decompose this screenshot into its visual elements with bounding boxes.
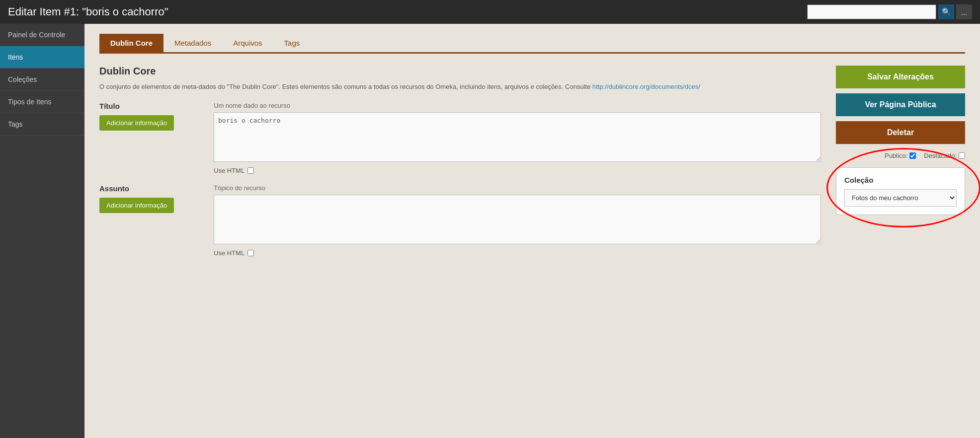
add-info-button-assunto[interactable]: Adicionar informação (99, 198, 174, 213)
field-hint-titulo: Um nome dado ao recurso (214, 102, 821, 109)
search-bar: 🔍 ... (807, 4, 972, 19)
tabs: Dublin Core Metadados Arquivos Tags (99, 34, 965, 54)
destacado-checkbox[interactable] (959, 152, 965, 159)
tab-arquivos[interactable]: Arquivos (222, 34, 273, 52)
sidebar-item-itens[interactable]: Itens (0, 46, 84, 69)
field-right-assunto: Tópico do recurso Use HTML (214, 184, 821, 257)
field-hint-assunto: Tópico do recurso (214, 184, 821, 192)
annotation-circle (826, 148, 980, 227)
field-left-titulo: Título Adicionar informação (99, 102, 199, 131)
field-group-assunto: Assunto Adicionar informação Tópico do r… (99, 184, 821, 257)
page-title: Editar Item #1: "boris o cachorro" (8, 5, 168, 18)
use-html-row-assunto: Use HTML (214, 249, 821, 257)
use-html-label-titulo: Use HTML (214, 167, 245, 174)
collection-panel: Coleção Fotos do meu cachorro Outra cole… (836, 167, 965, 215)
use-html-checkbox-assunto[interactable] (247, 250, 254, 256)
layout: Painel de Controle Itens Coleções Tipos … (0, 24, 980, 438)
collection-label: Coleção (844, 176, 957, 184)
public-page-button[interactable]: Ver Página Pública (836, 93, 965, 116)
checkboxes-row: Publico: Destacado: (836, 152, 965, 159)
sidebar-item-painel[interactable]: Painel de Controle (0, 24, 84, 46)
field-group-titulo: Título Adicionar informação Um nome dado… (99, 102, 821, 174)
description-text: O conjunto de elementos de meta-dados do… (99, 83, 592, 90)
main-content: Dublin Core Metadados Arquivos Tags Dubl… (84, 24, 980, 438)
section-title: Dublin Core (99, 66, 821, 77)
header: Editar Item #1: "boris o cachorro" 🔍 ... (0, 0, 980, 24)
section-description: O conjunto de elementos de meta-dados do… (99, 82, 821, 92)
sidebar-item-tags[interactable]: Tags (0, 113, 84, 136)
field-label-assunto: Assunto (99, 184, 199, 193)
publico-text: Publico: (885, 152, 907, 159)
sidebar-item-colecoes[interactable]: Coleções (0, 69, 84, 91)
delete-button[interactable]: Deletar (836, 121, 965, 144)
add-info-button-titulo[interactable]: Adicionar informação (99, 115, 174, 131)
collection-select[interactable]: Fotos do meu cachorro Outra coleção (844, 189, 957, 207)
content-area: Dublin Core O conjunto de elementos de m… (99, 66, 965, 267)
destacado-text: Destacado: (924, 152, 957, 159)
search-input[interactable] (807, 4, 936, 19)
form-area: Dublin Core O conjunto de elementos de m… (99, 66, 821, 267)
tab-metadados[interactable]: Metadados (163, 34, 222, 52)
field-label-titulo: Título (99, 102, 199, 110)
sidebar-item-tipos[interactable]: Tipos de Itens (0, 91, 84, 113)
publico-label: Publico: (885, 152, 916, 159)
use-html-row-titulo: Use HTML (214, 167, 821, 174)
assunto-textarea[interactable] (214, 195, 821, 244)
destacado-label: Destacado: (924, 152, 965, 159)
titulo-textarea[interactable] (214, 112, 821, 162)
more-icon: ... (961, 8, 968, 16)
tab-dublin-core[interactable]: Dublin Core (99, 34, 163, 52)
use-html-checkbox-titulo[interactable] (247, 167, 254, 174)
sidebar: Painel de Controle Itens Coleções Tipos … (0, 24, 84, 438)
description-link[interactable]: http://dublincore.org/documents/dces/ (592, 83, 700, 90)
more-button[interactable]: ... (956, 4, 972, 19)
side-panel: Salvar Alterações Ver Página Pública Del… (836, 66, 965, 267)
publico-checkbox[interactable] (909, 152, 916, 159)
tab-tags[interactable]: Tags (273, 34, 311, 52)
field-right-titulo: Um nome dado ao recurso Use HTML (214, 102, 821, 174)
field-left-assunto: Assunto Adicionar informação (99, 184, 199, 213)
use-html-label-assunto: Use HTML (214, 249, 245, 257)
search-button[interactable]: 🔍 (938, 4, 954, 19)
search-icon: 🔍 (942, 7, 951, 16)
save-button[interactable]: Salvar Alterações (836, 66, 965, 88)
